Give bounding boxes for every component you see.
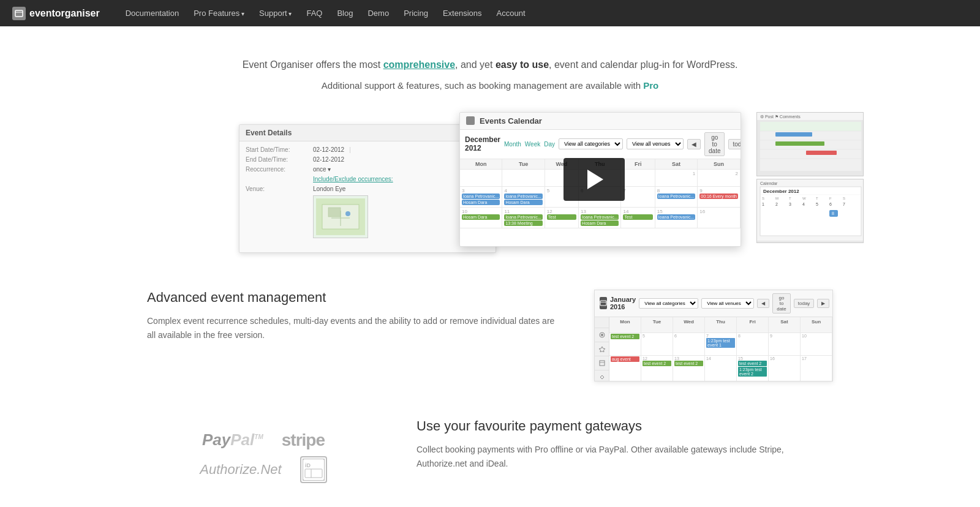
cal2-cell: 7 1:23pm test event 1 (705, 333, 737, 356)
cal-venues-select[interactable]: View all venues (627, 138, 684, 149)
svg-text:8: 8 (832, 211, 834, 216)
svg-text:December 2012: December 2012 (763, 189, 799, 194)
nav-item-support[interactable]: Support (252, 0, 299, 27)
event-details-body: Start Date/Time: 02-12-2012 | End Date/T… (239, 141, 496, 243)
cal-link-day[interactable]: Day (544, 141, 555, 148)
cal2-cell: 17 (801, 356, 832, 381)
nav-link-pricing[interactable]: Pricing (396, 0, 435, 26)
svg-rect-10 (760, 122, 861, 131)
cal2-today-btn[interactable]: today (794, 299, 815, 308)
cal2-toolbar: January 2016 View all categories View al… (595, 290, 832, 317)
svg-rect-20 (760, 187, 861, 236)
svg-rect-39 (600, 301, 606, 306)
stripe-logo: stripe (282, 430, 325, 450)
cal-cell: 2 (698, 170, 741, 187)
nav-item-pro-features[interactable]: Pro Features (186, 0, 252, 27)
cal-dh-fri: Fri (621, 159, 655, 170)
cal-link-month[interactable]: Month (504, 141, 521, 148)
field-end-date: End Date/Time: 02-12-2012 (246, 156, 489, 163)
svg-rect-15 (775, 132, 812, 137)
cal2-event: test event 2 (674, 361, 703, 366)
nav-link-demo[interactable]: Demo (360, 0, 396, 26)
nav-item-documentation[interactable]: Documentation (118, 0, 186, 26)
nav-item-blog[interactable]: Blog (330, 0, 360, 26)
right-screenshot-bottom: Calendar December 2012 S M T W T F S 1 2… (756, 179, 864, 243)
nav-link-support[interactable]: Support (252, 0, 299, 27)
cal-cell: 11 Ioana Petrovanic... 13:38 Meeting (502, 208, 545, 228)
cal-categories-select[interactable]: View all categories (559, 138, 623, 149)
nav-item-demo[interactable]: Demo (360, 0, 396, 26)
nav-item-account[interactable]: Account (489, 0, 533, 26)
nav-item-pricing[interactable]: Pricing (396, 0, 435, 26)
svg-text:T: T (789, 197, 791, 200)
cal-dh-sun: Sun (698, 159, 741, 170)
cal2-event: test event 2 (611, 334, 639, 339)
cal-cell: 7 (621, 187, 655, 208)
cal-goto-date[interactable]: go to date (704, 132, 725, 156)
svg-text:⚙ Post ⚑ Comments: ⚙ Post ⚑ Comments (760, 115, 801, 119)
cal2-cell: 12 test event 2 (641, 356, 673, 381)
cal-toolbar: December 2012 Month Week Day View all ca… (460, 130, 741, 159)
cal2-dh-wed: Wed (673, 317, 705, 333)
hero-text-easy: easy to use (496, 59, 549, 70)
cal2-cell: aug event (609, 356, 641, 381)
cal2-goto-btn[interactable]: go to date (772, 293, 791, 314)
cal-prev-btn[interactable]: ◀ (687, 139, 701, 149)
section-event-mgmt-desc: Complex event recurrence schedules, mult… (147, 314, 557, 342)
cal2-cell: 13 test event 2 (673, 356, 705, 381)
cal2-main-grid: Mon Tue Wed Thu Fri Sat Sun test event 2… (609, 317, 832, 381)
nav-link-account[interactable]: Account (489, 0, 533, 26)
svg-text:7: 7 (843, 202, 845, 206)
right-screenshots: ⚙ Post ⚑ Comments (756, 112, 864, 246)
svg-text:4: 4 (802, 202, 805, 206)
cal-link-week[interactable]: Week (525, 141, 540, 148)
svg-text:6: 6 (829, 202, 832, 206)
cal2-event: test event 2 (643, 361, 671, 366)
cal2-cell: 9 (769, 333, 801, 356)
payment-row-1: PayPalTM stripe (202, 430, 325, 450)
section-event-mgmt-title: Advanced event management (147, 290, 557, 306)
cal-dh-mon: Mon (460, 159, 502, 170)
cal2-categories-select[interactable]: View all categories (639, 298, 698, 309)
cal2-venues-select[interactable]: View all venues (701, 298, 754, 309)
include-exclude-link[interactable]: Include/Exclude occurrences: (313, 176, 393, 182)
calendar-icon (466, 116, 475, 125)
cal2-next-btn[interactable]: ▶ (817, 299, 829, 308)
cal2-dh-mon: Mon (609, 317, 641, 333)
svg-text:iD: iD (305, 462, 311, 468)
nav-item-extensions[interactable]: Extensions (435, 0, 489, 26)
video-play-overlay[interactable] (564, 158, 625, 201)
cal2-cell: 8 (737, 333, 769, 356)
main-nav: eventorganiser Documentation Pro Feature… (0, 0, 980, 26)
nav-links: Documentation Pro Features Support FAQ B… (118, 0, 533, 27)
authorize-logo: Authorize.Net (200, 462, 281, 478)
cal2-event: 1:23pm test event 2 (738, 367, 767, 377)
field-include-exclude: Include/Exclude occurrences: (246, 176, 489, 182)
nav-link-documentation[interactable]: Documentation (118, 0, 186, 26)
svg-text:W: W (802, 197, 806, 200)
svg-rect-0 (15, 10, 23, 17)
svg-text:T: T (816, 197, 818, 200)
nav-link-blog[interactable]: Blog (330, 0, 360, 26)
nav-item-faq[interactable]: FAQ (299, 0, 330, 26)
hero-link-comprehensive[interactable]: comprehensive (383, 59, 455, 70)
cal-cell (460, 170, 502, 187)
payment-section-title: Use your favourite payment gateways (417, 418, 833, 434)
nav-link-extensions[interactable]: Extensions (435, 0, 489, 26)
svg-text:M: M (775, 197, 778, 200)
paypal-logo: PayPalTM (202, 430, 263, 449)
cal2-dh-fri: Fri (737, 317, 769, 333)
logo-link[interactable]: eventorganiser (12, 7, 100, 20)
cal-today-btn[interactable]: today (728, 139, 741, 149)
nav-link-pro-features[interactable]: Pro Features (186, 0, 252, 27)
cal2-cell: 15 test event 2 1:23pm test event 2 (737, 356, 769, 381)
cal-title: Events Calendar (480, 116, 542, 126)
svg-text:1: 1 (762, 202, 764, 206)
svg-rect-16 (775, 141, 824, 146)
nav-link-faq[interactable]: FAQ (299, 0, 330, 26)
cal2-dh-sun: Sun (801, 317, 832, 333)
hero-pro-link[interactable]: Pro (643, 80, 658, 91)
svg-text:5: 5 (816, 202, 818, 206)
event-details-header: Event Details (239, 125, 496, 141)
cal2-prev-btn[interactable]: ◀ (757, 299, 769, 308)
